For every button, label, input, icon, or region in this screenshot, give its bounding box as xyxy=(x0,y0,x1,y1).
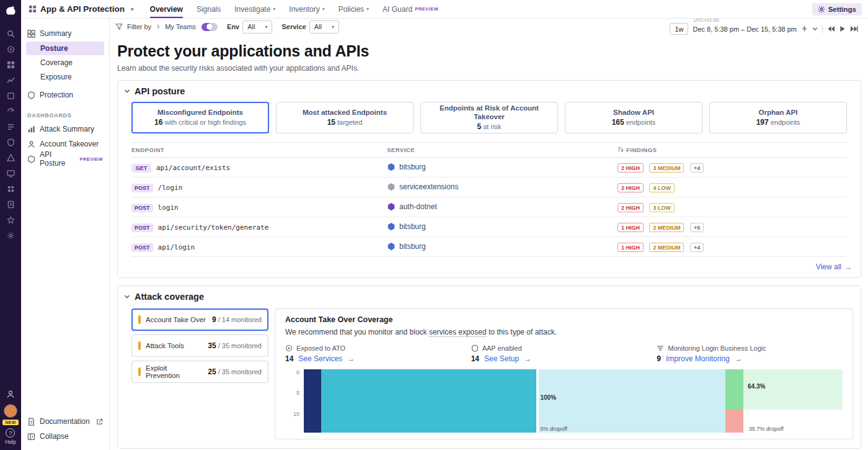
service-link[interactable]: bitsburg xyxy=(387,222,618,231)
tab-policies[interactable]: Policies xyxy=(339,0,369,18)
sidebar-item-summary[interactable]: Summary xyxy=(21,26,109,41)
more-findings-badge[interactable]: +4 xyxy=(690,163,704,173)
sidebar-item-account-takeover[interactable]: Account Takeover xyxy=(21,137,109,151)
arrow-right-icon[interactable] xyxy=(735,354,742,363)
rail-icon-monitors[interactable] xyxy=(6,215,16,225)
view-all-link[interactable]: View all xyxy=(118,257,861,277)
severity-badge: 1 HIGH xyxy=(618,243,644,252)
see-services-link[interactable]: See Services xyxy=(298,354,342,363)
app-switcher[interactable]: App & API Protection xyxy=(29,4,134,14)
panel-title: Account Take Over Coverage xyxy=(285,315,843,324)
rail-icon-metrics[interactable] xyxy=(6,76,16,86)
rail-icon-search[interactable] xyxy=(6,29,16,39)
rail-icon-rum[interactable] xyxy=(6,169,16,179)
coverage-cards: Account Take Over 9/ 14 monitored Attack… xyxy=(131,308,268,439)
method-badge: POST xyxy=(131,184,153,192)
sidebar-item-exposure[interactable]: Exposure xyxy=(26,70,104,84)
tab-inventory[interactable]: Inventory xyxy=(289,0,324,18)
exposed-to-ato-icon xyxy=(285,344,293,352)
page-heading: Protect your applications and APIs xyxy=(117,42,859,60)
rail-icon-logs[interactable] xyxy=(6,122,16,132)
table-row[interactable]: POSTapi/login bitsburg 1 HIGH 2 MEDIUM +… xyxy=(131,237,847,257)
product-rail: NEW ? Help xyxy=(0,0,21,450)
datadog-logo-icon[interactable] xyxy=(4,4,17,17)
settings-button[interactable]: Settings xyxy=(812,3,862,16)
date-range[interactable]: Dec 8, 5:38 pm – Dec 15, 5:38 pm xyxy=(693,25,797,33)
improve-monitoring-link[interactable]: Improve Monitoring xyxy=(666,354,730,363)
service-link[interactable]: auth-dotnet xyxy=(387,202,618,211)
column-endpoint[interactable]: ENDPOINT xyxy=(131,146,387,153)
rail-icon-security[interactable] xyxy=(6,138,16,148)
rail-icon-settings[interactable] xyxy=(6,231,16,241)
sidebar-item-protection[interactable]: Protection xyxy=(21,88,109,102)
service-link[interactable]: bitsburg xyxy=(387,163,618,171)
rail-icon-integrations[interactable] xyxy=(6,184,16,194)
severity-badge: 2 MEDIUM xyxy=(649,223,684,232)
more-findings-badge[interactable]: +5 xyxy=(690,223,704,232)
table-row[interactable]: POSTapi/security/token/generate bitsburg… xyxy=(131,217,847,237)
funnel-label-continue-pct: 64.3% xyxy=(748,383,765,390)
rail-icon-dashboards[interactable] xyxy=(6,60,16,70)
sidebar: Summary Posture Coverage Exposure Protec… xyxy=(21,19,110,450)
table-row[interactable]: POSTlogin auth-dotnet 2 HIGH 3 LOW xyxy=(131,197,847,217)
card-shadow-api[interactable]: Shadow API 165endpoints xyxy=(565,102,702,133)
user-avatar[interactable] xyxy=(4,404,17,418)
arrow-right-icon[interactable] xyxy=(524,354,531,363)
see-setup-link[interactable]: See Setup xyxy=(484,354,519,363)
rail-icon-infrastructure[interactable] xyxy=(6,91,16,101)
stat-aap-enabled: AAP enabled 14See Setup xyxy=(471,344,657,363)
sidebar-item-posture[interactable]: Posture xyxy=(26,42,104,55)
service-link[interactable]: bitsburg xyxy=(387,242,618,251)
filter-by-label[interactable]: Filter by xyxy=(127,23,151,30)
rail-icon-apm[interactable] xyxy=(6,107,16,117)
pin-icon[interactable] xyxy=(801,25,808,32)
tab-overview[interactable]: Overview xyxy=(150,0,183,18)
rail-icon-watchdog[interactable] xyxy=(6,45,16,55)
card-endpoints-at-risk-ato[interactable]: Endpoints at Risk of Account Takeover 5a… xyxy=(420,102,558,133)
sidebar-item-documentation[interactable]: Documentation xyxy=(21,414,109,429)
card-misconfigured-endpoints[interactable]: Misconfigured Endpoints 16with critical … xyxy=(131,102,269,133)
funnel-step-dropoff xyxy=(725,410,744,432)
sidebar-collapse-button[interactable]: Collapse xyxy=(21,429,109,444)
severity-badge: 2 HIGH xyxy=(618,163,644,173)
rail-icon-user[interactable] xyxy=(6,389,16,399)
y-tick: 5 xyxy=(296,390,299,396)
my-teams-label[interactable]: My Teams xyxy=(165,23,196,30)
card-exploit-prevention[interactable]: Exploit Prevention 25/ 35 monitored xyxy=(131,361,268,383)
skip-forward-icon[interactable] xyxy=(850,25,858,32)
table-row[interactable]: GETapi/account/exists bitsburg 2 HIGH 3 … xyxy=(131,158,847,178)
funnel-label-dropoff: 0% dropoff xyxy=(540,426,567,432)
rail-icon-synthetics[interactable] xyxy=(6,153,16,163)
attack-coverage-header[interactable]: Attack coverage xyxy=(118,286,861,306)
help-icon[interactable]: ? xyxy=(6,428,15,438)
card-orphan-api[interactable]: Orphan API 197endpoints xyxy=(709,102,847,133)
play-icon[interactable] xyxy=(839,25,846,32)
card-attack-tools[interactable]: Attack Tools 35/ 35 monitored xyxy=(131,335,268,357)
help-label[interactable]: Help xyxy=(5,439,16,445)
env-select[interactable]: All xyxy=(242,20,272,34)
rail-icon-notebooks[interactable] xyxy=(6,200,16,210)
card-account-take-over[interactable]: Account Take Over 9/ 14 monitored xyxy=(131,308,268,331)
tab-ai-guard[interactable]: AI Guard PREVIEW xyxy=(383,0,438,18)
arrow-right-icon[interactable] xyxy=(347,354,355,363)
chevron-down-icon[interactable] xyxy=(812,26,818,32)
sidebar-item-api-posture[interactable]: API Posture PREVIEW xyxy=(21,151,109,166)
tab-investigate[interactable]: Investigate xyxy=(234,0,275,18)
column-findings[interactable]: FINDINGS xyxy=(618,146,847,153)
services-exposed-link[interactable]: services exposed xyxy=(429,328,487,337)
api-posture-header[interactable]: API posture xyxy=(118,81,861,101)
skip-back-icon[interactable] xyxy=(827,25,835,32)
my-teams-toggle[interactable] xyxy=(202,23,218,31)
time-range-shortcut[interactable]: 1w xyxy=(670,23,688,35)
table-row[interactable]: POST/login serviceextensions 2 HIGH 4 LO… xyxy=(131,178,847,197)
stat-exposed-to-ato: Exposed to ATO 14See Services xyxy=(285,344,471,363)
sidebar-item-attack-summary[interactable]: Attack Summary xyxy=(21,122,109,137)
tab-signals[interactable]: Signals xyxy=(197,0,221,18)
sidebar-item-coverage[interactable]: Coverage xyxy=(26,56,104,70)
service-link[interactable]: serviceextensions xyxy=(387,182,618,191)
column-service[interactable]: SERVICE xyxy=(387,146,618,153)
service-select[interactable]: All xyxy=(309,20,339,34)
service-icon xyxy=(387,163,396,171)
more-findings-badge[interactable]: +4 xyxy=(690,243,704,252)
card-most-attacked-endpoints[interactable]: Most attacked Endpoints 15targeted xyxy=(276,102,414,133)
